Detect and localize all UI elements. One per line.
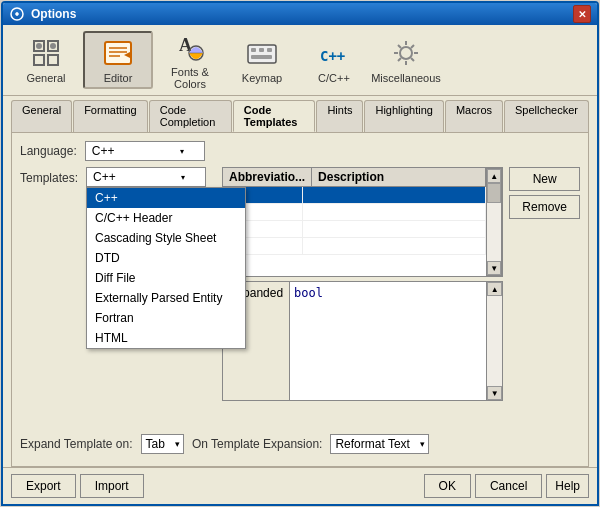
footer-right: OK Cancel Help [424, 474, 589, 498]
options-window: Options ✕ General [1, 1, 599, 506]
expand-template-dropdown[interactable]: Tab [141, 434, 184, 454]
table-row[interactable]: ca [223, 221, 486, 238]
dropdown-item-fortran[interactable]: Fortran [87, 308, 245, 328]
abbr-header: Abbreviatio... [223, 168, 312, 186]
language-row: Language: C++ ▾ [20, 141, 580, 161]
svg-rect-14 [248, 45, 276, 63]
help-button[interactable]: Help [546, 474, 589, 498]
misc-icon [390, 37, 422, 69]
fonts-colors-icon: A [174, 31, 206, 63]
scroll-track [487, 183, 501, 261]
tab-macros[interactable]: Macros [445, 100, 503, 132]
main-panel: Abbreviatio... Description bo br [222, 167, 580, 401]
toolbar-misc-label: Miscellaneous [371, 72, 441, 84]
templates-dropdown-container: C++ ▾ C++ C/C++ Header Cascading Style S… [86, 167, 206, 187]
templates-label: Templates: [20, 171, 78, 185]
language-dropdown-btn[interactable]: C++ ▾ [85, 141, 205, 161]
ok-button[interactable]: OK [424, 474, 471, 498]
toolbar-cpp[interactable]: C++ C/C++ [299, 31, 369, 89]
toolbar-general[interactable]: General [11, 31, 81, 89]
table-inner: Abbreviatio... Description bo br [223, 168, 486, 276]
desc-cell [303, 221, 486, 237]
new-button[interactable]: New [509, 167, 580, 191]
expand-template-value: Tab [146, 437, 165, 451]
dropdown-item-cpp-header[interactable]: C/C++ Header [87, 208, 245, 228]
toolbar-miscellaneous[interactable]: Miscellaneous [371, 31, 441, 89]
svg-point-6 [50, 43, 56, 49]
templates-arrow: ▾ [181, 173, 185, 182]
expanded-content: bool [290, 282, 486, 400]
dropdown-item-html[interactable]: HTML [87, 328, 245, 348]
left-panel: Abbreviatio... Description bo br [222, 167, 503, 401]
dropdown-item-cpp[interactable]: C++ [87, 188, 245, 208]
svg-rect-18 [251, 55, 272, 59]
language-label: Language: [20, 144, 77, 158]
dropdown-item-dtd[interactable]: DTD [87, 248, 245, 268]
table-row[interactable]: bo [223, 187, 486, 204]
svg-rect-7 [105, 42, 131, 64]
table-header: Abbreviatio... Description [223, 168, 486, 187]
desc-header: Description [312, 168, 486, 186]
remove-button[interactable]: Remove [509, 195, 580, 219]
options-icon [9, 6, 25, 22]
templates-row: Templates: C++ ▾ C++ C/C++ Header Cascad… [20, 167, 580, 401]
window-title: Options [31, 7, 76, 21]
expanded-area: Expanded bool ▲ ▼ [222, 281, 503, 401]
tab-general[interactable]: General [11, 100, 72, 132]
editor-icon [102, 37, 134, 69]
tab-highlighting[interactable]: Highlighting [364, 100, 443, 132]
right-panel: New Remove [509, 167, 580, 401]
footer-left: Export Import [11, 474, 144, 498]
expand-template-label: Expand Template on: [20, 437, 133, 451]
language-dropdown[interactable]: C++ ▾ [85, 141, 205, 161]
toolbar-editor-label: Editor [104, 72, 133, 84]
tab-hints[interactable]: Hints [316, 100, 363, 132]
svg-point-20 [400, 47, 412, 59]
close-button[interactable]: ✕ [573, 5, 591, 23]
svg-rect-15 [251, 48, 256, 52]
scroll-down-btn[interactable]: ▼ [487, 261, 501, 275]
toolbar-cpp-label: C/C++ [318, 72, 350, 84]
svg-rect-16 [259, 48, 264, 52]
general-icon [30, 37, 62, 69]
table-body: bo br ca [223, 187, 486, 255]
desc-cell [303, 204, 486, 220]
export-button[interactable]: Export [11, 474, 76, 498]
toolbar-fonts-colors[interactable]: A Fonts & Colors [155, 31, 225, 89]
expanded-scroll-down[interactable]: ▼ [487, 386, 502, 400]
svg-point-5 [36, 43, 42, 49]
on-template-expansion-value: Reformat Text [335, 437, 409, 451]
toolbar-keymap-label: Keymap [242, 72, 282, 84]
toolbar-keymap[interactable]: Keymap [227, 31, 297, 89]
dropdown-item-entity[interactable]: Externally Parsed Entity [87, 288, 245, 308]
dropdown-item-diff[interactable]: Diff File [87, 268, 245, 288]
tab-code-completion[interactable]: Code Completion [149, 100, 232, 132]
toolbar-editor[interactable]: Editor [83, 31, 153, 89]
scroll-thumb[interactable] [487, 183, 501, 203]
table-row[interactable]: cl [223, 238, 486, 255]
templates-dropdown-btn[interactable]: C++ ▾ [86, 167, 206, 187]
table-scrollbar[interactable]: ▲ ▼ [486, 168, 502, 276]
keymap-icon [246, 37, 278, 69]
toolbar-fonts-colors-label: Fonts & Colors [160, 66, 220, 90]
tab-formatting[interactable]: Formatting [73, 100, 148, 132]
cancel-button[interactable]: Cancel [475, 474, 542, 498]
desc-cell [303, 187, 486, 203]
content-area: Language: C++ ▾ Templates: C++ ▾ C++ C/C… [11, 132, 589, 467]
table-row[interactable]: br [223, 204, 486, 221]
svg-rect-4 [48, 55, 58, 65]
tab-spellchecker[interactable]: Spellchecker [504, 100, 589, 132]
tabs-row: General Formatting Code Completion Code … [3, 96, 597, 132]
expanded-scrollbar[interactable]: ▲ ▼ [486, 282, 502, 400]
tab-code-templates[interactable]: Code Templates [233, 100, 316, 132]
language-value: C++ [92, 144, 115, 158]
on-template-expansion-dropdown[interactable]: Reformat Text [330, 434, 428, 454]
language-dropdown-arrow: ▾ [180, 147, 184, 156]
expanded-scroll-up[interactable]: ▲ [487, 282, 502, 296]
footer: Export Import OK Cancel Help [3, 467, 597, 504]
import-button[interactable]: Import [80, 474, 144, 498]
scroll-up-btn[interactable]: ▲ [487, 169, 501, 183]
expanded-value: bool [294, 286, 323, 300]
dropdown-item-css[interactable]: Cascading Style Sheet [87, 228, 245, 248]
bottom-controls: Expand Template on: Tab On Template Expa… [20, 426, 580, 458]
